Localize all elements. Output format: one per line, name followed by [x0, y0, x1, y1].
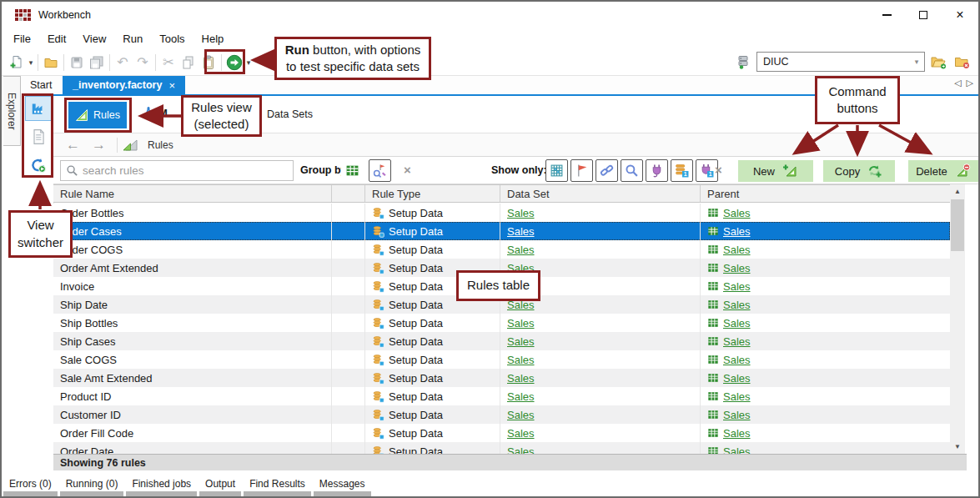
tab-measures-view-partial[interactable]: M [142, 106, 168, 119]
back-icon[interactable]: ← [60, 138, 86, 152]
clear-show-only-icon[interactable]: × [715, 163, 722, 176]
copy-rule-button[interactable]: Copy [823, 160, 895, 182]
open-connection-button[interactable] [928, 52, 948, 72]
open-button[interactable] [41, 53, 61, 73]
show-plugin-button[interactable] [646, 159, 668, 182]
data-set-link[interactable]: Sales [507, 372, 535, 385]
table-row[interactable]: Order Bottles Setup Data Sales Sales [53, 204, 950, 222]
table-row[interactable]: Sale COGS Setup Data Sales Sales [53, 350, 950, 369]
menu-view[interactable]: View [74, 29, 114, 48]
data-set-link[interactable]: Sales [507, 409, 535, 421]
tab-output[interactable]: Output [199, 475, 241, 496]
undo-button[interactable]: ↶ [113, 53, 133, 73]
menu-help[interactable]: Help [193, 29, 233, 48]
tab-rules-view[interactable]: Rules [68, 102, 127, 128]
show-linked-button[interactable] [596, 159, 618, 182]
table-row[interactable]: Order Date Setup Data Sales Sales [53, 442, 950, 454]
tab-data-sets-view[interactable]: Data Sets [262, 106, 318, 123]
save-button[interactable] [67, 53, 87, 73]
paste-button[interactable] [199, 53, 219, 73]
show-flagged-button[interactable] [570, 159, 593, 182]
table-row[interactable]: Order Fill Code Setup Data Sales Sales [53, 424, 950, 442]
new-rule-button[interactable]: New [738, 160, 813, 182]
column-rule-type[interactable]: Rule Type [365, 185, 500, 202]
data-set-link[interactable]: Sales [507, 225, 535, 238]
data-set-link[interactable]: Sales [507, 207, 535, 219]
tab-inventory-factory[interactable]: _inventory.factory × [63, 76, 185, 94]
data-set-link[interactable]: Sales [507, 354, 535, 366]
parent-link[interactable]: Sales [723, 225, 751, 238]
show-list-one-button[interactable]: 1 [671, 159, 693, 182]
tab-close-icon[interactable]: × [168, 79, 175, 92]
table-row[interactable]: Sale Amt Extended Setup Data Sales Sales [53, 369, 950, 387]
document-view-button[interactable] [25, 124, 52, 149]
show-search-results-button[interactable] [621, 159, 643, 182]
parent-link[interactable]: Sales [723, 262, 751, 274]
tab-running[interactable]: Running (0) [60, 475, 124, 496]
save-all-button[interactable] [87, 53, 107, 73]
menu-file[interactable]: File [5, 29, 39, 48]
column-data-set[interactable]: Data Set [500, 185, 701, 202]
explorer-side-tab[interactable]: Explorer [3, 76, 21, 146]
delete-rule-button[interactable]: Delete [908, 160, 978, 182]
close-connection-button[interactable] [952, 52, 972, 72]
run-dropdown[interactable]: ▾ [244, 58, 253, 67]
parent-link[interactable]: Sales [723, 299, 751, 311]
table-row[interactable]: Product ID Setup Data Sales Sales [53, 387, 950, 405]
scroll-up-icon[interactable]: ▲ [950, 184, 965, 199]
tab-scroll-left-icon[interactable]: ◁ [954, 78, 961, 88]
tab-scroll-right-icon[interactable]: ▷ [967, 78, 973, 88]
parent-link[interactable]: Sales [723, 409, 751, 421]
table-row[interactable]: Order COGS Setup Data Sales Sales [53, 240, 950, 259]
forward-icon[interactable]: → [86, 138, 112, 152]
search-box[interactable] [60, 160, 294, 181]
redo-button[interactable]: ↷ [133, 53, 153, 73]
history-view-button[interactable] [25, 153, 52, 178]
clear-group-by-icon[interactable]: × [404, 163, 411, 176]
cut-button[interactable]: ✂ [158, 53, 178, 73]
connection-combobox[interactable]: DIUC ▾ [756, 52, 925, 72]
new-file-dropdown[interactable]: ▾ [27, 58, 35, 67]
table-scrollbar[interactable]: ▲ ▼ [950, 184, 965, 454]
parent-link[interactable]: Sales [723, 354, 751, 366]
show-setup-data-button[interactable] [545, 159, 568, 182]
table-row[interactable]: Customer ID Setup Data Sales Sales [53, 405, 950, 424]
tab-finished-jobs[interactable]: Finished jobs [126, 475, 197, 496]
maximize-button[interactable] [905, 2, 942, 28]
close-button[interactable]: × [942, 2, 978, 28]
table-row[interactable]: Ship Bottles Setup Data Sales Sales [53, 314, 950, 332]
parent-link[interactable]: Sales [723, 445, 751, 455]
new-file-button[interactable] [7, 53, 27, 73]
scroll-down-icon[interactable]: ▼ [950, 440, 965, 454]
copy-button[interactable] [178, 53, 199, 73]
group-by-dataset-button[interactable] [341, 159, 364, 182]
scrollbar-thumb[interactable] [951, 199, 964, 251]
run-button[interactable] [224, 53, 244, 73]
parent-link[interactable]: Sales [723, 390, 751, 403]
tab-start[interactable]: Start [20, 76, 62, 94]
group-by-type-button[interactable] [369, 159, 391, 182]
column-parent[interactable]: Parent [701, 185, 950, 202]
menu-edit[interactable]: Edit [39, 29, 74, 48]
factory-view-button[interactable] [25, 96, 52, 121]
table-row[interactable]: Order Cases Setup Data Sales Sales [53, 222, 950, 240]
table-row[interactable]: Ship Cases Setup Data Sales Sales [53, 332, 950, 350]
minimize-button[interactable] [868, 2, 905, 28]
parent-link[interactable]: Sales [723, 335, 751, 348]
parent-link[interactable]: Sales [723, 280, 751, 293]
data-set-link[interactable]: Sales [507, 427, 535, 440]
data-set-link[interactable]: Sales [507, 390, 535, 403]
column-rule-name[interactable]: Rule Name [53, 185, 332, 202]
tab-find-results[interactable]: Find Results [244, 475, 311, 496]
menu-tools[interactable]: Tools [151, 29, 193, 48]
parent-link[interactable]: Sales [723, 244, 751, 256]
tab-messages[interactable]: Messages [314, 475, 371, 496]
parent-link[interactable]: Sales [723, 317, 751, 329]
parent-link[interactable]: Sales [723, 427, 751, 440]
data-set-link[interactable]: Sales [507, 445, 535, 455]
parent-link[interactable]: Sales [723, 372, 751, 385]
tab-errors[interactable]: Errors (0) [3, 475, 58, 496]
search-input[interactable] [83, 164, 293, 177]
data-set-link[interactable]: Sales [507, 244, 535, 256]
data-set-link[interactable]: Sales [507, 317, 535, 329]
